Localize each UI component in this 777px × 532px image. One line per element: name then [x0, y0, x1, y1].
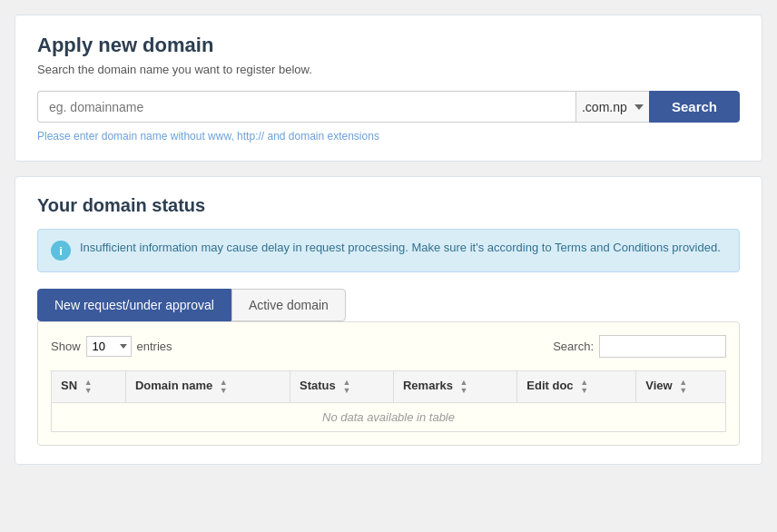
col-status-label: Status	[300, 379, 336, 392]
table-controls: Show 10 25 50 100 entries Search:	[51, 335, 726, 358]
col-domain-name[interactable]: Domain name ▲▼	[125, 371, 290, 403]
sort-icon-remarks: ▲▼	[460, 379, 468, 395]
domain-tabs: New request/under approval Active domain	[37, 289, 740, 321]
table-search-control: Search:	[553, 335, 726, 358]
info-icon: i	[51, 241, 71, 261]
domain-search-row: .com.np .np .org.np .net.np Search	[37, 91, 740, 123]
col-remarks[interactable]: Remarks ▲▼	[393, 371, 516, 403]
col-status[interactable]: Status ▲▼	[290, 371, 394, 403]
col-view[interactable]: View ▲▼	[636, 371, 726, 403]
apply-domain-subtitle: Search the domain name you want to regis…	[37, 63, 740, 76]
domain-table: SN ▲▼ Domain name ▲▼ Status ▲▼ Remarks	[51, 370, 726, 432]
sort-icon-view: ▲▼	[679, 379, 687, 395]
domain-hint-text: Please enter domain name without www, ht…	[37, 130, 740, 143]
alert-text: Insufficient information may cause delay…	[80, 241, 721, 254]
domain-extension-select[interactable]: .com.np .np .org.np .net.np	[575, 91, 649, 123]
entries-select[interactable]: 10 25 50 100	[86, 336, 132, 357]
sort-icon-edit-doc: ▲▼	[580, 379, 588, 395]
domain-name-input[interactable]	[37, 91, 575, 123]
table-search-input[interactable]	[599, 335, 726, 358]
sort-icon-status: ▲▼	[342, 379, 350, 395]
table-header-row: SN ▲▼ Domain name ▲▼ Status ▲▼ Remarks	[52, 371, 726, 403]
sort-icon-domain-name: ▲▼	[220, 379, 228, 395]
col-view-label: View	[645, 379, 672, 392]
col-sn-label: SN	[61, 379, 77, 392]
domain-status-section: Your domain status i Insufficient inform…	[15, 176, 762, 465]
table-search-label: Search:	[553, 340, 594, 353]
no-data-cell: No data available in table	[52, 403, 726, 432]
tab-active-domain[interactable]: Active domain	[231, 289, 346, 321]
table-body: No data available in table	[52, 403, 726, 432]
search-button[interactable]: Search	[649, 91, 740, 123]
table-section: Show 10 25 50 100 entries Search:	[37, 321, 740, 446]
col-edit-doc-label: Edit doc	[526, 379, 573, 392]
no-data-row: No data available in table	[52, 403, 726, 432]
apply-domain-section: Apply new domain Search the domain name …	[15, 15, 762, 162]
table-header: SN ▲▼ Domain name ▲▼ Status ▲▼ Remarks	[52, 371, 726, 403]
col-remarks-label: Remarks	[403, 379, 453, 392]
tab-new-request[interactable]: New request/under approval	[37, 289, 231, 321]
col-domain-name-label: Domain name	[135, 379, 212, 392]
col-edit-doc[interactable]: Edit doc ▲▼	[517, 371, 636, 403]
col-sn[interactable]: SN ▲▼	[52, 371, 126, 403]
entries-label: entries	[137, 340, 172, 353]
sort-icon-sn: ▲▼	[84, 379, 93, 395]
show-entries-control: Show 10 25 50 100 entries	[51, 336, 172, 357]
domain-status-title: Your domain status	[37, 195, 740, 216]
info-alert: i Insufficient information may cause del…	[37, 229, 740, 272]
apply-domain-title: Apply new domain	[37, 34, 740, 57]
show-label: Show	[51, 340, 81, 353]
